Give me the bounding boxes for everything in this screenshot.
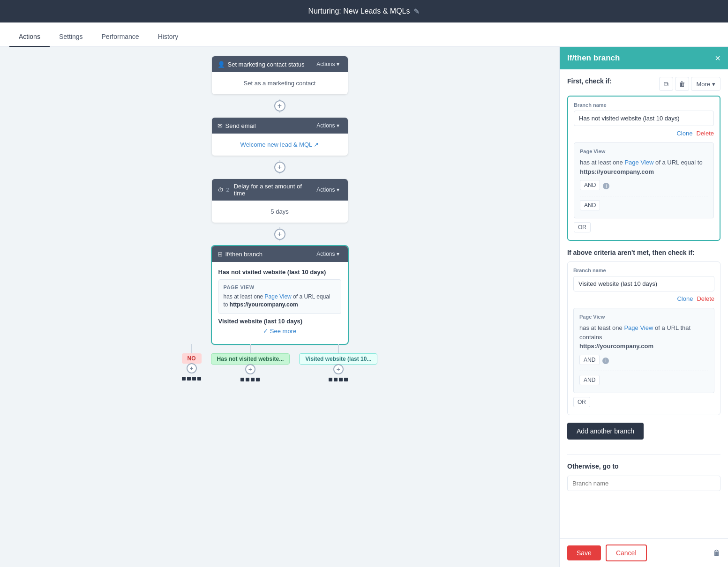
workflow-steps: 👤 Set marketing contact status Actions ▾… [139,56,420,344]
branch2-clone-btn[interactable]: Clone [677,295,693,302]
workflow-title: Nurturing: New Leads & MQLs [308,7,410,15]
branch-output-not-visited: Has not visited website... + [211,344,290,381]
email-link[interactable]: Welcome new lead & MQL ↗ [240,141,319,148]
step1-actions-btn[interactable]: Actions ▾ [314,60,342,68]
email-icon: ✉ [218,122,223,129]
branch-label-not-visited[interactable]: Has not visited website... [211,353,290,365]
cond2-and-badge[interactable]: AND [579,355,600,365]
otherwise-input[interactable] [567,476,720,491]
more-btn[interactable]: More ▾ [691,77,720,91]
branch-header: ⊞ If/then branch Actions ▾ [212,246,348,262]
cond1-or-btn[interactable]: OR [574,222,591,232]
branch-output-no: NO + [182,344,202,380]
panel-body: First, check if: ⧉ 🗑 More ▾ [560,69,728,538]
copy-btn[interactable]: ⧉ [659,77,673,91]
cond2-info-icon[interactable]: i [602,358,609,364]
step-set-marketing: 👤 Set marketing contact status Actions ▾… [212,56,348,94]
right-panel: If/then branch × First, check if: ⧉ 🗑 Mo… [559,47,728,567]
otherwise-label: Otherwise, go to [567,463,720,470]
branch1-name: Has not visited website (last 10 days) [218,269,341,276]
panel-close-btn[interactable]: × [715,53,720,63]
tab-settings[interactable]: Settings [50,27,92,47]
tab-history[interactable]: History [149,27,188,47]
branch2-name-label: Branch name [573,268,714,273]
cond1-and-btn[interactable]: AND [580,200,600,210]
connector-3: + [279,223,280,246]
cond1-title: Page View [580,149,708,154]
branch-actions-btn[interactable]: Actions ▾ [314,250,342,258]
step-header-2: ✉ Send email Actions ▾ [212,118,348,134]
first-check-label: First, check if: [567,77,612,85]
condition-block-1: Page View has at least one Page View of … [574,142,714,218]
branch1-name-label: Branch name [574,102,714,108]
step-delay: ⏱ 2 Delay for a set amount of time Actio… [212,179,348,223]
add-branch-btn[interactable]: Add another branch [567,423,644,440]
step3-label: Delay for a set amount of time [234,183,314,197]
nav-tabs: Actions Settings Performance History [0,22,728,47]
branch-condition-block: Page View has at least one Page View of … [218,279,341,314]
add-step-btn-2[interactable]: + [274,162,285,173]
footer-delete-icon[interactable]: 🗑 [713,549,720,557]
step3-actions-btn[interactable]: Actions ▾ [314,186,342,194]
branch1-delete-btn[interactable]: Delete [696,130,714,137]
cond2-title: Page View [579,314,708,320]
cond2-link[interactable]: Page View [624,324,655,331]
panel-toolbar: ⧉ 🗑 More ▾ [659,77,720,91]
delete-btn[interactable]: 🗑 [675,77,689,91]
add-step-btn-3[interactable]: + [274,229,285,240]
add-visited-btn[interactable]: + [333,364,344,374]
condition-title: Page View [224,284,336,290]
condition-text: has at least one Page View of a URL equa… [224,293,336,309]
top-bar: Nurturing: New Leads & MQLs ✎ [0,0,728,22]
add-not-visited-btn[interactable]: + [245,364,255,374]
step-header-3: ⏱ 2 Delay for a set amount of time Actio… [212,179,348,201]
add-step-btn-1[interactable]: + [274,100,285,112]
delete-icon: 🗑 [679,80,685,88]
cond2-text: has at least one Page View of a URL that… [579,323,708,351]
tab-performance[interactable]: Performance [92,27,149,47]
branch2-name-input[interactable] [573,276,714,291]
step2-body: Welcome new lead & MQL ↗ [212,134,348,156]
branch1-clone-btn[interactable]: Clone [676,130,692,137]
branch2-name: Visited website (last 10 days) [218,318,341,325]
step-header-1: 👤 Set marketing contact status Actions ▾ [212,56,348,72]
cond2-and-btn[interactable]: AND [579,375,600,385]
cond1-and-badge[interactable]: AND [580,180,600,190]
branch2-section: Branch name Clone Delete Page View has a… [567,261,720,415]
workflow-canvas: 👤 Set marketing contact status Actions ▾… [0,47,559,567]
cond1-text: has at least one Page View of a URL equa… [580,158,708,176]
step-branch: ⊞ If/then branch Actions ▾ Has not visit… [212,246,348,344]
tab-actions[interactable]: Actions [9,27,50,47]
cond1-info-icon[interactable]: i [603,183,609,189]
step3-body: 5 days [212,201,348,223]
clock-icon: ⏱ [218,187,224,194]
branch-label: If/then branch [225,251,263,258]
cond2-or-btn[interactable]: OR [573,397,590,407]
branch-body: Has not visited website (last 10 days) P… [212,262,348,344]
add-no-branch-btn[interactable]: + [187,363,197,373]
step2-label: Send email [225,122,256,129]
branch-icon: ⊞ [218,251,223,258]
see-more-btn[interactable]: ✓ See more [218,325,341,337]
step2-actions-btn[interactable]: Actions ▾ [314,121,342,130]
user-icon: 👤 [218,61,225,68]
second-check-label: If above criteria aren't met, then check… [567,249,695,256]
step-send-email: ✉ Send email Actions ▾ Welcome new lead … [212,118,348,156]
branch-label-visited[interactable]: Visited website (last 10... [299,353,377,365]
cond1-link[interactable]: Page View [624,159,655,166]
main-layout: 👤 Set marketing contact status Actions ▾… [0,47,728,567]
cancel-btn[interactable]: Cancel [606,545,647,561]
save-btn[interactable]: Save [567,545,601,560]
branch2-delete-btn[interactable]: Delete [697,295,714,302]
condition-link[interactable]: Page View [265,293,292,300]
branch1-section: Branch name Clone Delete Page View has a… [567,96,720,241]
edit-title-icon[interactable]: ✎ [413,7,420,16]
condition-block-2: Page View has at least one Page View of … [573,308,714,393]
connector-1: + [279,94,280,118]
branch-label-no[interactable]: NO [182,353,202,364]
step1-body: Set as a marketing contact [212,72,348,94]
branch1-name-input[interactable] [574,111,714,126]
branch-output-visited: Visited website (last 10... + [299,344,377,381]
panel-footer: Save Cancel 🗑 [560,538,728,567]
step1-label: Set marketing contact status [228,61,305,68]
